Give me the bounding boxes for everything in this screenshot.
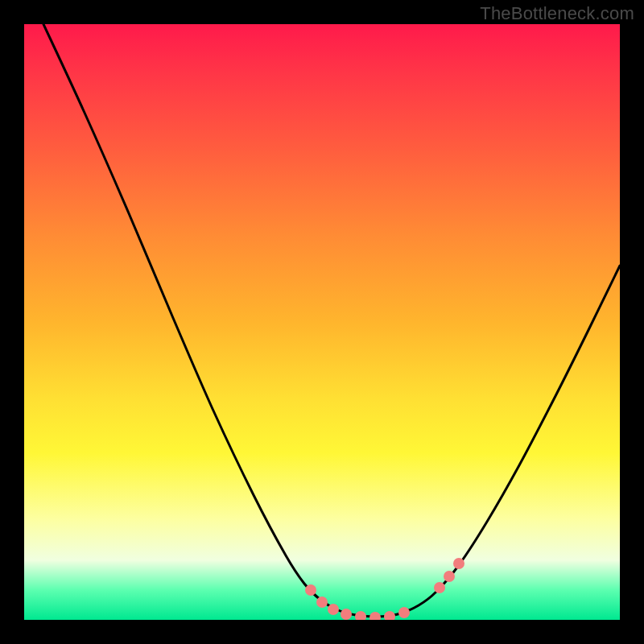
- marker-dot: [305, 584, 316, 596]
- watermark-text: TheBottleneck.com: [480, 3, 634, 24]
- curve-markers: [305, 558, 464, 620]
- marker-dot: [453, 558, 464, 569]
- plot-area: [24, 24, 620, 620]
- chart-frame: TheBottleneck.com: [0, 0, 644, 644]
- bottleneck-curve: [43, 24, 620, 617]
- marker-dot: [398, 607, 410, 618]
- chart-svg: [24, 24, 620, 620]
- marker-dot: [434, 582, 445, 593]
- marker-dot: [355, 611, 366, 620]
- marker-dot: [341, 609, 352, 620]
- marker-dot: [328, 604, 339, 615]
- marker-dot: [316, 597, 328, 608]
- marker-dot: [384, 611, 395, 620]
- marker-dot: [369, 612, 381, 620]
- marker-dot: [444, 571, 455, 582]
